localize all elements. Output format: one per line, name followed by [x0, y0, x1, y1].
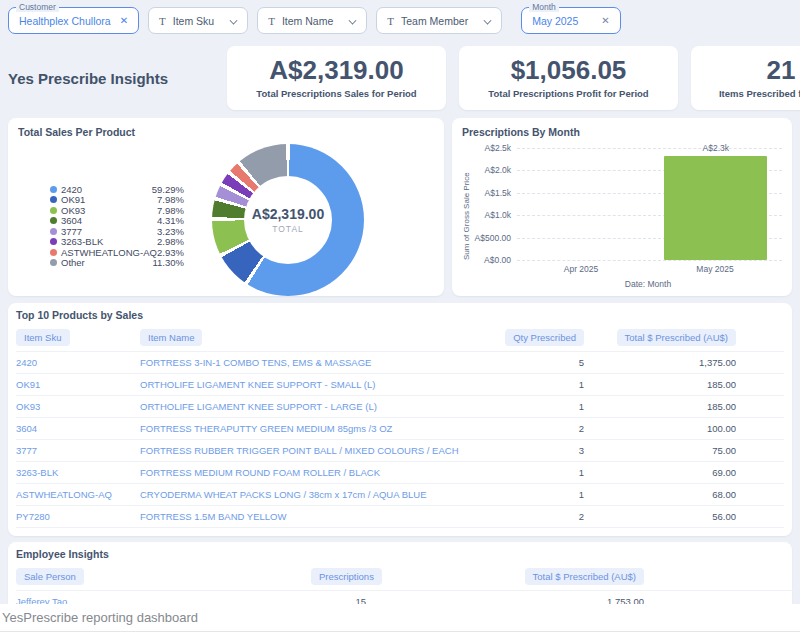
item-sku-link[interactable]: PY7280: [16, 506, 140, 528]
col-item-name[interactable]: Item Name: [140, 329, 202, 346]
x-axis-label: Date: Month: [462, 279, 782, 289]
kpi-card-items: 21 Items Prescribed for Period: [691, 46, 800, 110]
table-row[interactable]: Jefferey Tao 15 1,753.00: [16, 591, 794, 605]
legend-item[interactable]: 242059.29%: [50, 184, 184, 194]
item-sku-link[interactable]: 3777: [16, 440, 140, 462]
kpi-sales-label: Total Prescriptions Sales for Period: [256, 88, 416, 99]
clear-month-icon[interactable]: [601, 15, 609, 26]
table-header-row: Sale Person Prescriptions Total $ Prescr…: [16, 560, 794, 591]
item-sku-link[interactable]: 3263-BLK: [16, 462, 140, 484]
filter-month[interactable]: Month May 2025: [521, 7, 620, 34]
kpi-card-sales: A$2,319.00 Total Prescriptions Sales for…: [227, 46, 446, 110]
qty-value: 1: [484, 462, 584, 484]
col-item-sku[interactable]: Item Sku: [16, 329, 70, 346]
clear-customer-icon[interactable]: [120, 15, 128, 26]
item-name-link[interactable]: FORTRESS MEDIUM ROUND FOAM ROLLER / BLAC…: [140, 462, 484, 484]
legend-swatch: [50, 228, 57, 235]
filter-item-sku-label: Item Sku: [173, 15, 214, 27]
item-name-link[interactable]: FORTRESS 3-IN-1 COMBO TENS, EMS & MASSAG…: [140, 352, 484, 374]
kpi-items-label: Items Prescribed for Period: [719, 88, 800, 99]
filter-team-member-label: Team Member: [401, 15, 468, 27]
donut-total-label: TOTAL: [272, 224, 304, 234]
item-sku-link[interactable]: 3604: [16, 418, 140, 440]
legend-swatch: [50, 186, 57, 193]
legend-item[interactable]: 3263-BLK2.98%: [50, 237, 184, 247]
kpi-items-value: 21: [767, 57, 796, 84]
x-axis-ticks: Apr 2025 May 2025: [514, 260, 782, 274]
top-products-card: Top 10 Products by Sales Item Sku Item N…: [8, 303, 792, 536]
table-row[interactable]: 3604 FORTRESS THERAPUTTY GREEN MEDIUM 85…: [16, 418, 784, 440]
table-row[interactable]: 3263-BLK FORTRESS MEDIUM ROUND FOAM ROLL…: [16, 462, 784, 484]
filter-month-label: Month: [529, 2, 559, 12]
legend-item[interactable]: ASTWHEATLONG-AQ2.93%: [50, 247, 184, 257]
top-products-title: Top 10 Products by Sales: [16, 309, 784, 321]
page-title-wrap: Yes Prescribe Insights: [8, 46, 214, 110]
item-name-link[interactable]: FORTRESS THERAPUTTY GREEN MEDIUM 85gms /…: [140, 418, 484, 440]
y-axis-ticks: A$2.5k A$2.0k A$1.5k A$1.0k A$500.00 A$0…: [473, 148, 517, 260]
employee-insights-table: Sale Person Prescriptions Total $ Prescr…: [16, 560, 794, 604]
total-value: 185.00: [584, 396, 736, 418]
sale-person-link[interactable]: Jefferey Tao: [16, 591, 311, 605]
table-row[interactable]: OK93 ORTHOLIFE LIGAMENT KNEE SUPPORT - L…: [16, 396, 784, 418]
bar-may[interactable]: [664, 156, 767, 260]
filter-team-member[interactable]: Team Member: [376, 7, 502, 34]
col-total-prescribed[interactable]: Total $ Prescribed (AU$): [617, 329, 736, 346]
col-qty-prescribed[interactable]: Qty Prescribed: [505, 329, 584, 346]
employee-insights-title: Employee Insights: [16, 548, 784, 560]
legend-item[interactable]: Other11.30%: [50, 258, 184, 268]
qty-value: 2: [484, 506, 584, 528]
pie-legend: 242059.29% OK917.98% OK937.98% 36044.31%…: [50, 184, 184, 268]
item-sku-link[interactable]: ASTWHEATLONG-AQ: [16, 484, 140, 506]
total-value: 68.00: [584, 484, 736, 506]
legend-item[interactable]: 37773.23%: [50, 226, 184, 236]
qty-value: 2: [484, 418, 584, 440]
legend-item[interactable]: OK937.98%: [50, 205, 184, 215]
dashboard: Customer Healthplex Chullora Item Sku It…: [0, 0, 800, 604]
filter-customer-label: Customer: [16, 2, 59, 12]
filter-customer[interactable]: Customer Healthplex Chullora: [8, 7, 139, 34]
qty-value: 1: [484, 484, 584, 506]
employee-insights-card: Employee Insights Sale Person Prescripti…: [8, 542, 792, 604]
item-name-link[interactable]: ORTHOLIFE LIGAMENT KNEE SUPPORT - SMALL …: [140, 374, 484, 396]
item-sku-link[interactable]: OK91: [16, 374, 140, 396]
col-prescriptions[interactable]: Prescriptions: [311, 568, 382, 585]
bar-value-label: A$2.3k: [650, 143, 783, 153]
total-value: 1,753.00: [366, 591, 644, 605]
qty-value: 1: [484, 396, 584, 418]
legend-item[interactable]: OK917.98%: [50, 195, 184, 205]
legend-swatch: [50, 196, 57, 203]
table-row[interactable]: 3777 FORTRESS RUBBER TRIGGER POINT BALL …: [16, 440, 784, 462]
legend-swatch: [50, 238, 57, 245]
text-filter-icon: [387, 15, 394, 27]
legend-item[interactable]: 36044.31%: [50, 216, 184, 226]
plot-area: A$2.3k: [517, 148, 782, 260]
item-sku-link[interactable]: OK93: [16, 396, 140, 418]
col-emp-total[interactable]: Total $ Prescribed (AU$): [525, 568, 644, 585]
qty-value: 1: [484, 374, 584, 396]
page-title: Yes Prescribe Insights: [8, 70, 168, 87]
item-name-link[interactable]: ORTHOLIFE LIGAMENT KNEE SUPPORT - LARGE …: [140, 396, 484, 418]
table-row[interactable]: OK91 ORTHOLIFE LIGAMENT KNEE SUPPORT - S…: [16, 374, 784, 396]
donut-center: A$2,319.00 TOTAL: [244, 176, 332, 264]
chevron-down-icon: [484, 17, 491, 24]
donut-chart[interactable]: A$2,319.00 TOTAL: [212, 144, 364, 296]
table-row[interactable]: PY7280 FORTRESS 1.5M BAND YELLOW 2 56.00: [16, 506, 784, 528]
table-row[interactable]: 2420 FORTRESS 3-IN-1 COMBO TENS, EMS & M…: [16, 352, 784, 374]
pie-chart-card: Total Sales Per Product 242059.29% OK917…: [8, 118, 444, 296]
kpi-profit-label: Total Prescriptions Profit for Period: [488, 88, 648, 99]
table-row[interactable]: ASTWHEATLONG-AQ CRYODERMA WHEAT PACKS LO…: [16, 484, 784, 506]
legend-swatch: [50, 249, 57, 256]
item-sku-link[interactable]: 2420: [16, 352, 140, 374]
qty-value: 3: [484, 440, 584, 462]
text-filter-icon: [268, 15, 275, 27]
item-name-link[interactable]: CRYODERMA WHEAT PACKS LONG / 38cm x 17cm…: [140, 484, 484, 506]
filter-item-name[interactable]: Item Name: [257, 7, 367, 34]
legend-swatch: [50, 207, 57, 214]
bar-slot-may: A$2.3k: [650, 148, 783, 260]
item-name-link[interactable]: FORTRESS 1.5M BAND YELLOW: [140, 506, 484, 528]
total-value: 56.00: [584, 506, 736, 528]
filter-item-sku[interactable]: Item Sku: [148, 7, 248, 34]
col-sale-person[interactable]: Sale Person: [16, 568, 84, 585]
caption-text: YesPrescribe reporting dashboard: [2, 610, 198, 625]
item-name-link[interactable]: FORTRESS RUBBER TRIGGER POINT BALL / MIX…: [140, 440, 484, 462]
